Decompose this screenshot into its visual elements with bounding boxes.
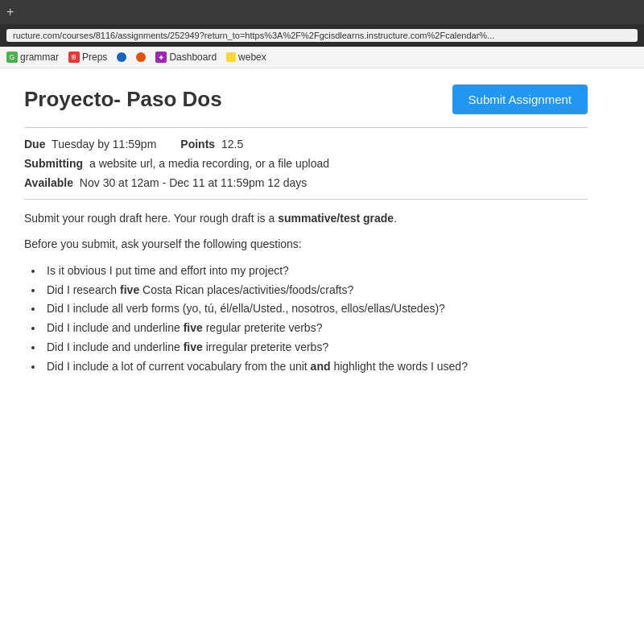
body-line2: Before you submit, ask yourself the foll…	[24, 235, 588, 253]
submitting-row: Submitting a website url, a media record…	[24, 157, 588, 170]
bookmark-grammar-label: grammar	[20, 52, 59, 63]
available-row: Available Nov 30 at 12am - Dec 11 at 11:…	[24, 176, 588, 189]
bookmark-preps[interactable]: ⛨ Preps	[68, 52, 107, 63]
page-content: Proyecto- Paso Dos Submit Assignment Due…	[0, 68, 644, 644]
body-line1-bold: summative/test grade	[278, 212, 394, 225]
divider-top	[24, 127, 588, 128]
assignment-title: Proyecto- Paso Dos	[24, 87, 222, 112]
bookmark-grammar[interactable]: G grammar	[6, 52, 59, 63]
body-line1-suffix: .	[394, 212, 397, 225]
bookmark-dashboard[interactable]: ✦ Dashboard	[155, 52, 217, 63]
bookmark-preps-label: Preps	[82, 52, 107, 63]
address-bar-row: ructure.com/courses/8116/assignments/252…	[0, 24, 644, 47]
due-points-row: Due Tuesday by 11:59pm Points 12.5	[24, 138, 588, 151]
points-info: Points 12.5	[180, 138, 243, 151]
available-label: Available	[24, 176, 73, 189]
points-value: 12.5	[221, 138, 243, 151]
list-item: Did I include and underline five regular…	[43, 319, 588, 338]
assignment-header: Proyecto- Paso Dos Submit Assignment	[24, 85, 588, 114]
dashboard-icon: ✦	[155, 52, 167, 63]
bookmark-webex-label: webex	[238, 52, 266, 63]
body-line1-prefix: Submit your rough draft here. Your rough…	[24, 212, 278, 225]
list-item: Did I include all verb forms (yo, tú, él…	[43, 299, 588, 319]
question-list: Is it obvious I put time and effort into…	[24, 262, 588, 377]
divider-bottom	[24, 199, 588, 200]
bookmark-dot2[interactable]	[136, 52, 146, 62]
submit-assignment-button[interactable]: Submit Assignment	[452, 85, 588, 114]
bookmark-dashboard-label: Dashboard	[169, 52, 217, 63]
bookmark-dot1[interactable]	[117, 52, 126, 62]
browser-chrome: + ructure.com/courses/8116/assignments/2…	[0, 0, 644, 68]
submitting-label: Submitting	[24, 157, 83, 170]
browser-tabs: +	[0, 0, 644, 24]
list-item: Did I research five Costa Rican places/a…	[43, 281, 588, 300]
bookmarks-bar: G grammar ⛨ Preps ✦ Dashboard webex	[0, 47, 644, 68]
grammar-icon: G	[6, 52, 18, 63]
address-bar[interactable]: ructure.com/courses/8116/assignments/252…	[6, 29, 638, 42]
list-item: Did I include and underline five irregul…	[43, 338, 588, 357]
points-label: Points	[180, 138, 215, 151]
list-item: Did I include a lot of current vocabular…	[43, 357, 588, 377]
preps-icon: ⛨	[68, 52, 80, 63]
list-item: Is it obvious I put time and effort into…	[43, 262, 588, 281]
available-value: Nov 30 at 12am - Dec 11 at 11:59pm 12 da…	[80, 176, 308, 189]
due-label: Due	[24, 138, 45, 151]
due-info: Due Tuesday by 11:59pm	[24, 138, 156, 151]
submitting-value: a website url, a media recording, or a f…	[89, 157, 329, 170]
body-line1: Submit your rough draft here. Your rough…	[24, 209, 588, 227]
due-value: Tuesday by 11:59pm	[52, 138, 156, 151]
dot2-icon	[136, 52, 146, 62]
dot1-icon	[117, 52, 126, 62]
new-tab-button[interactable]: +	[6, 5, 14, 19]
webex-icon	[226, 52, 236, 62]
bookmark-webex[interactable]: webex	[226, 52, 266, 63]
